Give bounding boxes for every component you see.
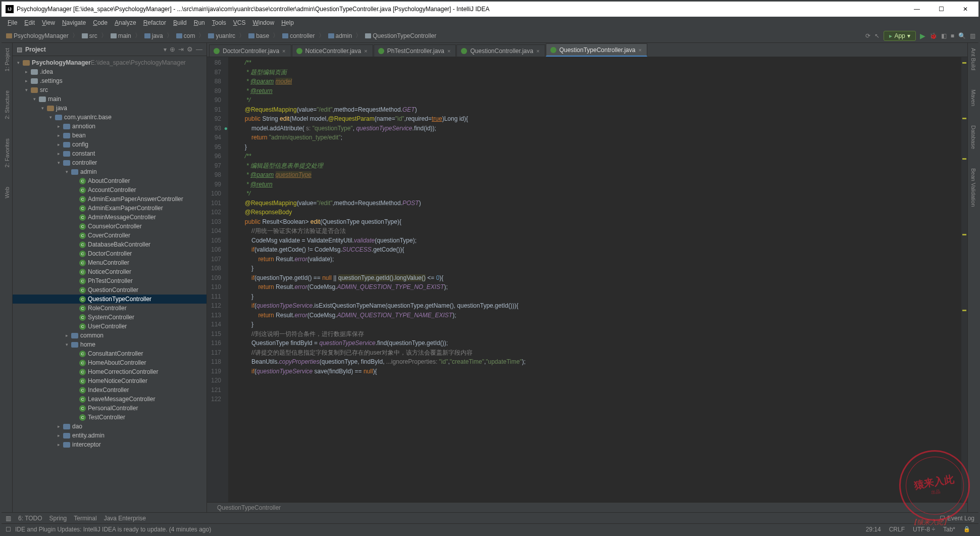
tree-root[interactable]: ▾PsychologyManager E:\idea_space\Psychol…: [13, 58, 207, 67]
search-everywhere-icon[interactable]: 🔍: [958, 32, 966, 39]
tool-tab-project[interactable]: 1: Project: [4, 46, 10, 73]
tree-item-adminexampaperanswercontroller[interactable]: AdminExamPaperAnswerController: [13, 194, 207, 204]
breadcrumb-item[interactable]: com: [175, 32, 197, 40]
editor-tab-questiontypecontroller[interactable]: QuestionTypeController.java×: [546, 43, 647, 57]
tool-tab-database[interactable]: Database: [970, 123, 976, 151]
tree-item--idea[interactable]: ▸.idea: [13, 67, 207, 76]
editor-tab-doctorcontroller[interactable]: DoctorController.java×: [209, 44, 291, 57]
tree-item-consultantcontroller[interactable]: ConsultantController: [13, 349, 207, 358]
caret-position[interactable]: 29:14: [862, 526, 885, 533]
stop-button[interactable]: ■: [951, 32, 954, 39]
file-encoding[interactable]: UTF-8 ÷: [909, 526, 939, 533]
line-separator[interactable]: CRLF: [885, 526, 909, 533]
editor-tab-questioncontroller[interactable]: QuestionController.java×: [456, 44, 545, 57]
tree-item-testcontroller[interactable]: TestController: [13, 413, 207, 422]
tool-tab-structure[interactable]: 2: Structure: [4, 88, 10, 121]
tree-item-src[interactable]: ▾src: [13, 85, 207, 94]
menu-vcs[interactable]: VCS: [230, 18, 249, 27]
tree-item-homenoticecontroller[interactable]: HomeNoticeController: [13, 376, 207, 385]
tree-item-noticecontroller[interactable]: NoticeController: [13, 267, 207, 276]
tree-item-controller[interactable]: ▾controller: [13, 158, 207, 167]
editor-tab-noticecontroller[interactable]: NoticeController.java×: [292, 44, 373, 57]
tree-item-leavemessagecontroller[interactable]: LeaveMessageController: [13, 395, 207, 404]
close-tab-icon[interactable]: ×: [638, 47, 641, 53]
tool-tab-maven[interactable]: Maven: [970, 87, 976, 108]
run-button[interactable]: ▶: [920, 32, 925, 40]
breadcrumb-item[interactable]: src: [80, 32, 99, 40]
breadcrumb-item[interactable]: QuestionTypeController: [364, 32, 438, 40]
tree-item-doctorcontroller[interactable]: DoctorController: [13, 249, 207, 258]
menu-edit[interactable]: Edit: [21, 18, 38, 27]
tree-item-adminexampapercontroller[interactable]: AdminExamPaperController: [13, 204, 207, 213]
menu-build[interactable]: Build: [170, 18, 190, 27]
tree-item-common[interactable]: ▸common: [13, 331, 207, 340]
breadcrumb-item[interactable]: java: [143, 32, 165, 40]
breadcrumb-item[interactable]: admin: [327, 32, 354, 40]
editor-breadcrumb[interactable]: QuestionTypeController: [207, 502, 967, 512]
breadcrumb-item[interactable]: controller: [281, 32, 316, 40]
back-icon[interactable]: ↖: [874, 32, 880, 39]
indent-settings[interactable]: Tab*: [939, 526, 959, 533]
error-stripe[interactable]: [961, 57, 967, 502]
tree-item-annotion[interactable]: ▸annotion: [13, 122, 207, 131]
menu-window[interactable]: Window: [249, 18, 277, 27]
breadcrumb-item[interactable]: yuanlrc: [207, 32, 237, 40]
tree-item-questioncontroller[interactable]: QuestionController: [13, 285, 207, 295]
event-log-button[interactable]: 🗨 Event Log: [940, 515, 974, 522]
tree-item-constant[interactable]: ▸constant: [13, 149, 207, 158]
menu-refactor[interactable]: Refactor: [140, 18, 169, 27]
menu-navigate[interactable]: Navigate: [59, 18, 89, 27]
tree-item-java[interactable]: ▾java: [13, 104, 207, 113]
tree-item-accountcontroller[interactable]: AccountController: [13, 185, 207, 194]
scroll-from-source-icon[interactable]: ⊕: [170, 45, 175, 53]
tree-item-admin[interactable]: ▾admin: [13, 167, 207, 176]
bottom-tool-javaenterprise[interactable]: Java Enterprise: [104, 515, 146, 522]
menu-file[interactable]: File: [5, 18, 20, 27]
tree-item-counselorcontroller[interactable]: CounselorController: [13, 222, 207, 231]
tree-item-entity-admin[interactable]: ▸entity.admin: [13, 431, 207, 440]
close-tab-icon[interactable]: ×: [282, 48, 285, 54]
tree-item-indexcontroller[interactable]: IndexController: [13, 385, 207, 395]
tree-item-aboutcontroller[interactable]: AboutController: [13, 176, 207, 185]
tree-item-phtestcontroller[interactable]: PhTestController: [13, 276, 207, 285]
bottom-tool-terminal[interactable]: Terminal: [74, 515, 96, 522]
bottom-tool-todo[interactable]: 6: TODO: [18, 515, 42, 522]
breadcrumb-item[interactable]: main: [109, 32, 133, 40]
tree-item-menucontroller[interactable]: MenuController: [13, 258, 207, 267]
editor-tab-phtestcontroller[interactable]: PhTestController.java×: [374, 44, 456, 57]
close-tab-icon[interactable]: ×: [536, 48, 539, 54]
tree-item-personalcontroller[interactable]: PersonalController: [13, 404, 207, 413]
tree-item-com-yuanlrc-base[interactable]: ▾com.yuanlrc.base: [13, 113, 207, 122]
debug-button[interactable]: 🐞: [930, 32, 937, 39]
minimize-button[interactable]: —: [908, 3, 926, 15]
readonly-lock-icon[interactable]: 🔒: [959, 526, 974, 532]
tree-item-config[interactable]: ▸config: [13, 140, 207, 149]
breadcrumb-item[interactable]: PsychologyManager: [5, 32, 70, 40]
close-tab-icon[interactable]: ×: [447, 48, 450, 54]
close-button[interactable]: ✕: [956, 3, 974, 15]
tool-tab-antbuild[interactable]: Ant Build: [970, 46, 976, 72]
project-tree[interactable]: ▾PsychologyManager E:\idea_space\Psychol…: [13, 56, 207, 512]
tree-item-systemcontroller[interactable]: SystemController: [13, 313, 207, 322]
menu-code[interactable]: Code: [90, 18, 111, 27]
tree-item-homeaboutcontroller[interactable]: HomeAboutController: [13, 358, 207, 367]
menu-tools[interactable]: Tools: [209, 18, 229, 27]
settings-icon[interactable]: ▥: [970, 32, 975, 39]
menu-analyze[interactable]: Analyze: [112, 18, 139, 27]
sync-icon[interactable]: ⟳: [865, 32, 870, 39]
tool-tab-beanvalidation[interactable]: Bean Validation: [970, 166, 976, 209]
code-editor[interactable]: /** * 题型编辑页面 * @param model * @return */…: [228, 57, 961, 502]
tree-item-databasebakcontroller[interactable]: DatabaseBakController: [13, 240, 207, 249]
menu-run[interactable]: Run: [191, 18, 208, 27]
gutter-run-icon[interactable]: ●: [222, 124, 228, 129]
bottom-tool-spring[interactable]: Spring: [49, 515, 67, 522]
project-view-icon[interactable]: ▤: [17, 46, 22, 53]
collapse-all-icon[interactable]: ⇥: [178, 45, 184, 53]
tree-item-questiontypecontroller[interactable]: QuestionTypeController: [13, 295, 207, 304]
tree-item-usercontroller[interactable]: UserController: [13, 322, 207, 331]
tree-item-dao[interactable]: ▸dao: [13, 422, 207, 431]
menu-view[interactable]: View: [39, 18, 58, 27]
tree-item-adminmessagecontroller[interactable]: AdminMessageController: [13, 213, 207, 222]
tree-item-home[interactable]: ▾home: [13, 340, 207, 349]
tree-item-interceptor[interactable]: ▸interceptor: [13, 440, 207, 449]
